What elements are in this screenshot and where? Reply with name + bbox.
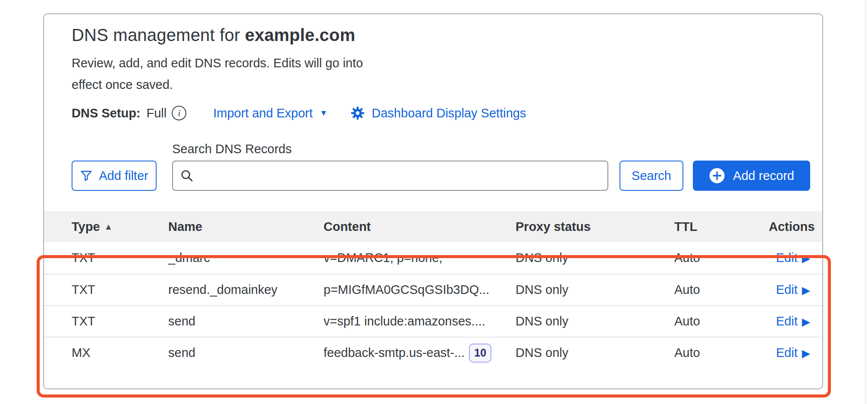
column-header-proxy-status[interactable]: Proxy status xyxy=(516,220,674,234)
dns-setup-label: DNS Setup: xyxy=(72,106,141,120)
page-subtitle: Review, add, and edit DNS records. Edits… xyxy=(72,52,369,95)
record-actions: Edit ▶ xyxy=(769,283,810,297)
record-actions: Edit ▶ xyxy=(769,314,810,328)
record-ttl: Auto xyxy=(674,346,769,360)
record-content: v=spf1 include:amazonses.... xyxy=(324,314,516,328)
table-header-row: Type ▲ Name Content Proxy status TTL Act… xyxy=(44,211,822,242)
chevron-down-icon: ▼ xyxy=(320,108,328,118)
page: DNS management for example.com Review, a… xyxy=(0,0,868,404)
search-button[interactable]: Search xyxy=(620,161,683,191)
record-proxy-status: DNS only xyxy=(516,251,674,265)
record-type: TXT xyxy=(72,251,168,265)
dns-setup-value: Full xyxy=(147,106,167,120)
record-actions: Edit ▶ xyxy=(769,251,810,265)
record-content-text: feedback-smtp.us-east-... xyxy=(324,346,465,360)
record-content: v=DMARC1; p=none; xyxy=(324,251,516,265)
search-dns-records-input[interactable] xyxy=(172,161,608,191)
sort-ascending-icon: ▲ xyxy=(104,222,113,232)
dns-management-card: DNS management for example.com Review, a… xyxy=(43,13,823,389)
edit-arrow-icon: ▶ xyxy=(802,284,810,296)
search-button-label: Search xyxy=(632,169,671,183)
column-header-type-label: Type xyxy=(72,220,100,234)
table-row: TXT resend._domainkey p=MIGfMA0GCSqGSIb3… xyxy=(44,274,822,305)
dns-setup-row: DNS Setup: Full i Import and Export ▼ xyxy=(72,106,810,120)
column-header-content[interactable]: Content xyxy=(324,220,516,234)
record-ttl: Auto xyxy=(674,251,769,265)
page-title: DNS management for example.com xyxy=(72,24,810,46)
record-proxy-status: DNS only xyxy=(516,283,674,297)
search-input-label: Search DNS Records xyxy=(172,142,810,156)
edit-label: Edit xyxy=(776,314,798,328)
dashboard-display-settings-label: Dashboard Display Settings xyxy=(372,106,526,120)
record-ttl: Auto xyxy=(674,314,769,328)
record-proxy-status: DNS only xyxy=(516,346,674,360)
column-header-actions: Actions xyxy=(769,220,815,234)
record-ttl: Auto xyxy=(674,283,769,297)
page-edge-divider xyxy=(865,0,866,404)
search-section: Search DNS Records Add filter xyxy=(72,142,810,191)
add-filter-label: Add filter xyxy=(99,169,148,183)
add-record-label: Add record xyxy=(733,169,794,183)
dashboard-display-settings-link[interactable]: Dashboard Display Settings xyxy=(350,106,526,120)
record-actions: Edit ▶ xyxy=(769,346,810,360)
page-title-domain: example.com xyxy=(245,25,355,44)
record-name: send xyxy=(168,346,324,360)
page-title-prefix: DNS management for xyxy=(72,25,245,44)
record-type: TXT xyxy=(72,314,168,328)
search-input-wrap xyxy=(172,161,608,191)
import-export-link[interactable]: Import and Export ▼ xyxy=(213,106,327,120)
edit-arrow-icon: ▶ xyxy=(802,347,810,359)
table-row: TXT send v=spf1 include:amazonses.... DN… xyxy=(44,305,822,337)
plus-circle-icon xyxy=(709,167,725,184)
edit-arrow-icon: ▶ xyxy=(802,252,810,264)
edit-record-button[interactable]: Edit ▶ xyxy=(776,314,810,328)
edit-record-button[interactable]: Edit ▶ xyxy=(776,283,810,297)
record-name: resend._domainkey xyxy=(168,283,324,297)
gear-icon xyxy=(350,106,365,120)
edit-label: Edit xyxy=(776,346,798,360)
info-icon[interactable]: i xyxy=(172,106,186,120)
record-proxy-status: DNS only xyxy=(516,314,674,328)
edit-arrow-icon: ▶ xyxy=(802,316,810,327)
edit-record-button[interactable]: Edit ▶ xyxy=(776,251,810,265)
edit-record-button[interactable]: Edit ▶ xyxy=(776,346,810,360)
edit-label: Edit xyxy=(776,251,798,265)
column-header-name[interactable]: Name xyxy=(168,220,324,234)
record-content: feedback-smtp.us-east-... 10 xyxy=(324,344,516,363)
record-type: MX xyxy=(72,346,168,360)
add-record-button[interactable]: Add record xyxy=(693,161,810,191)
mx-priority-badge: 10 xyxy=(469,344,491,363)
dns-records-table: Type ▲ Name Content Proxy status TTL Act… xyxy=(44,211,822,368)
record-name: _dmarc xyxy=(168,251,324,265)
table-row: TXT _dmarc v=DMARC1; p=none; DNS only Au… xyxy=(44,242,822,274)
edit-label: Edit xyxy=(776,283,798,297)
record-name: send xyxy=(168,314,324,328)
record-type: TXT xyxy=(72,283,168,297)
column-header-type[interactable]: Type ▲ xyxy=(72,220,168,234)
table-row: MX send feedback-smtp.us-east-... 10 DNS… xyxy=(44,337,822,368)
import-export-label: Import and Export xyxy=(213,106,313,120)
filter-funnel-icon xyxy=(80,169,93,182)
add-filter-button[interactable]: Add filter xyxy=(72,161,157,191)
record-content: p=MIGfMA0GCSqGSIb3DQ... xyxy=(324,283,516,297)
column-header-ttl[interactable]: TTL xyxy=(674,220,769,234)
